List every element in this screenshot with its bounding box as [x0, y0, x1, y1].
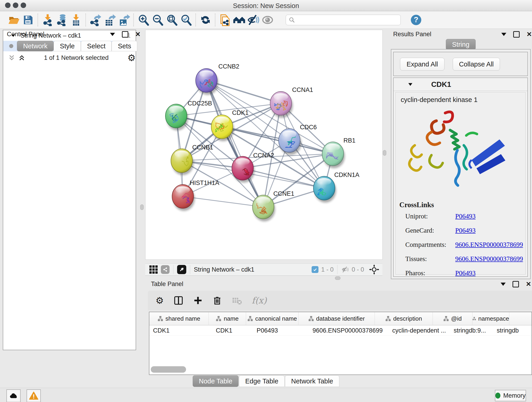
node-table: shared namenamecanonical namedatabase id…: [149, 312, 532, 375]
table-settings-gear-icon[interactable]: ⚙: [156, 296, 164, 305]
expand-all-button[interactable]: Expand All: [400, 58, 444, 70]
tab-style[interactable]: Style: [54, 41, 81, 51]
table-cell[interactable]: CDK1: [149, 325, 212, 336]
section-collapse-icon[interactable]: [408, 82, 413, 86]
memory-button[interactable]: Memory: [495, 390, 526, 401]
cloud-status-button[interactable]: [6, 389, 21, 402]
export-network-button[interactable]: [89, 13, 103, 27]
node-CDC6[interactable]: [279, 128, 301, 155]
crosslink-link[interactable]: P06493: [455, 227, 476, 234]
tab-sets[interactable]: Sets: [112, 41, 137, 51]
float-panel-icon[interactable]: [513, 31, 520, 38]
crosslink-row: Pharos:P06493: [405, 266, 525, 280]
import-network-database-button[interactable]: [55, 13, 69, 27]
node-CCNA1[interactable]: [270, 91, 293, 118]
table-cell[interactable]: stringdb:9...: [450, 325, 493, 336]
column-header-name[interactable]: name: [209, 312, 246, 325]
results-panel: Results Panel ✕ String Expand All Collap…: [389, 30, 532, 279]
node-CDKN1A[interactable]: [313, 176, 336, 203]
close-panel-icon[interactable]: ✕: [526, 282, 531, 287]
show-all-button[interactable]: [260, 13, 275, 27]
column-header-shared-name[interactable]: shared name: [149, 312, 209, 325]
node-HIST1H1A[interactable]: [172, 185, 195, 211]
cloud-icon: [9, 391, 18, 400]
crosslink-link[interactable]: P06493: [455, 269, 476, 277]
string-network-graph[interactable]: CCNB2CCNA1CDC25BCDK1CDC6RB1CCNB1CCNA2CDK…: [146, 30, 382, 259]
node-CDC25B[interactable]: [165, 104, 188, 130]
table-cell[interactable]: cyclin-dependent ...: [389, 325, 450, 336]
table-cell[interactable]: P06493: [253, 325, 309, 336]
results-tab-string[interactable]: String: [446, 39, 476, 50]
tab-node-table[interactable]: Node Table: [193, 375, 239, 387]
crosslink-link[interactable]: P06493: [455, 212, 476, 220]
table-cell[interactable]: 9606.ENSP00000378699: [309, 325, 389, 336]
tab-edge-table[interactable]: Edge Table: [239, 375, 285, 387]
float-panel-icon[interactable]: [513, 281, 519, 287]
table-row[interactable]: CDK1CDK1P064939606.ENSP00000378699cyclin…: [149, 325, 532, 336]
expand-all-chevron-icon[interactable]: [8, 54, 15, 61]
new-network-from-selection-button[interactable]: [218, 13, 232, 27]
column-header-canonical-name[interactable]: canonical name: [246, 312, 298, 325]
toolbar-search-field[interactable]: [286, 15, 401, 25]
column-header-description[interactable]: description: [375, 312, 433, 325]
zoom-selected-button[interactable]: [179, 13, 193, 27]
open-session-button[interactable]: [7, 13, 21, 27]
table-cell[interactable]: CDK1: [212, 325, 253, 336]
search-input[interactable]: [295, 16, 392, 24]
birdseye-view-icon[interactable]: [177, 265, 186, 274]
column-header--id[interactable]: @id: [433, 312, 472, 325]
grid-view-icon[interactable]: [149, 265, 158, 274]
collapse-panel-icon[interactable]: [110, 33, 115, 36]
tab-network[interactable]: Network: [17, 41, 54, 51]
collapse-all-chevron-icon[interactable]: [18, 54, 25, 61]
column-header-database-identifier[interactable]: database identifier: [298, 312, 375, 325]
import-table-file-button[interactable]: [69, 13, 83, 27]
edge-HIST1H1A-CCNE1[interactable]: [183, 196, 263, 207]
table-cell[interactable]: stringdb: [493, 325, 532, 336]
collapse-panel-icon[interactable]: [500, 283, 506, 286]
node-label-CCNA1: CCNA1: [292, 86, 313, 93]
node-RB1[interactable]: [322, 142, 345, 168]
export-table-button[interactable]: [103, 13, 117, 27]
gear-icon[interactable]: ⚙: [127, 53, 136, 62]
right-splitter-handle[interactable]: [383, 150, 386, 156]
zoom-fit-button[interactable]: [165, 13, 179, 27]
selected-nodes-checkbox[interactable]: [312, 266, 318, 273]
help-button[interactable]: ?: [409, 13, 423, 27]
tab-network-table[interactable]: Network Table: [285, 375, 339, 387]
function-builder-button[interactable]: f(x): [252, 295, 267, 306]
crosslink-link[interactable]: 9606.ENSP00000378699: [455, 255, 523, 263]
apply-layout-button[interactable]: [198, 13, 213, 27]
node-CCNB2[interactable]: [196, 69, 218, 95]
warnings-button[interactable]: [27, 389, 41, 402]
zoom-in-button[interactable]: [136, 13, 151, 27]
collapse-all-button[interactable]: Collapse All: [453, 58, 500, 70]
share-view-icon[interactable]: [161, 265, 170, 274]
search-icon: [289, 17, 295, 23]
first-neighbors-button[interactable]: [232, 13, 246, 27]
hide-selected-button[interactable]: [246, 13, 260, 27]
add-column-icon[interactable]: [193, 296, 203, 305]
save-session-button[interactable]: [21, 13, 35, 27]
crosslink-link[interactable]: 9606.ENSP00000378699: [455, 241, 523, 249]
edge-CCNB2-CCNE1[interactable]: [206, 80, 263, 207]
collapse-panel-icon[interactable]: [501, 33, 506, 36]
column-header-namespace[interactable]: namespace: [472, 312, 509, 325]
fit-selected-crosshair-icon[interactable]: [369, 264, 379, 274]
close-panel-icon[interactable]: ✕: [526, 32, 532, 37]
network-view-canvas[interactable]: CCNB2CCNA1CDC25BCDK1CDC6RB1CCNB1CCNA2CDK…: [145, 30, 383, 260]
show-columns-icon[interactable]: [173, 295, 184, 306]
import-network-file-button[interactable]: [41, 13, 55, 27]
zoom-out-button[interactable]: [151, 13, 165, 27]
node-CDK1[interactable]: [211, 115, 234, 141]
left-splitter-handle[interactable]: [140, 204, 144, 210]
node-CCNE1[interactable]: [253, 195, 275, 221]
close-panel-icon[interactable]: ✕: [135, 32, 140, 37]
node-CCNA2[interactable]: [232, 156, 254, 183]
table-horizontal-scrollbar[interactable]: [151, 366, 186, 373]
export-image-button[interactable]: [117, 13, 131, 27]
network-selected-status: 1 of 1 Network selected: [25, 54, 127, 61]
tab-select[interactable]: Select: [81, 41, 112, 51]
float-panel-icon[interactable]: [122, 31, 128, 38]
delete-column-icon[interactable]: [212, 296, 222, 305]
